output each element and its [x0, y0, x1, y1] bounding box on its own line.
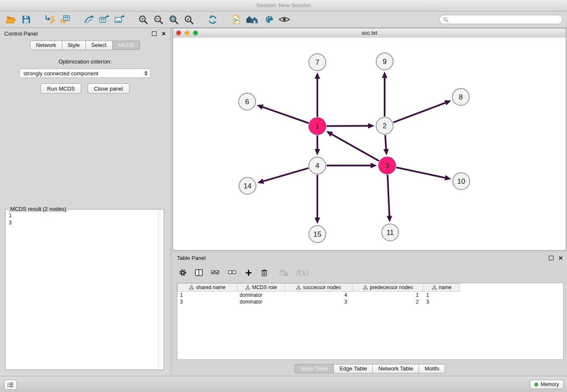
table-panel-header: Table Panel ×: [173, 252, 567, 263]
graph-node-10[interactable]: 10: [453, 173, 470, 190]
graph-node-15[interactable]: 15: [309, 226, 326, 243]
column-header-successor-nodes[interactable]: successor nodes: [285, 284, 352, 292]
style-brush-button[interactable]: [261, 12, 277, 27]
select-all-columns-button[interactable]: [211, 268, 220, 277]
edge-arrowhead: [444, 175, 451, 181]
tab-network[interactable]: Network: [30, 41, 62, 50]
open-session-file-button[interactable]: [228, 12, 244, 27]
search-icon: [443, 17, 449, 22]
svg-text:11: 11: [386, 229, 394, 237]
refresh-button[interactable]: [205, 12, 220, 27]
graph-node-2[interactable]: 2: [376, 117, 393, 134]
mcds-result-box: MCDS result (2 nodes) 13: [5, 209, 164, 370]
close-panel-icon[interactable]: ×: [162, 30, 166, 37]
memory-label: Memory: [541, 381, 559, 387]
search-input[interactable]: [451, 16, 559, 23]
eye-icon: [278, 14, 291, 25]
edge-3-10[interactable]: [396, 168, 446, 178]
delete-column-button[interactable]: [260, 268, 268, 277]
svg-text:15: 15: [314, 230, 322, 238]
tab-select[interactable]: Select: [85, 41, 112, 50]
window-controls: × − +: [176, 30, 198, 36]
graph-node-1[interactable]: 1: [309, 118, 326, 135]
home-button[interactable]: [244, 12, 261, 27]
tab-mcds[interactable]: MCDS: [112, 41, 140, 50]
table-row[interactable]: 1dominator411: [178, 292, 460, 299]
add-column-button[interactable]: [245, 269, 253, 277]
graph-node-3[interactable]: 3: [379, 157, 396, 174]
import-network-button[interactable]: [42, 12, 58, 27]
column-header-shared-name[interactable]: shared name: [178, 284, 237, 292]
close-panel-button[interactable]: Close panel: [88, 83, 129, 94]
edge-4-14[interactable]: [263, 168, 308, 182]
table-row[interactable]: 3dominator323: [178, 298, 460, 305]
mcds-result-list: 13: [6, 210, 164, 229]
column-header-predecessor-nodes[interactable]: predecessor nodes: [352, 284, 424, 292]
table-tab-node-table[interactable]: Node Table: [295, 364, 334, 373]
edge-1-6[interactable]: [262, 107, 308, 123]
graph-node-6[interactable]: 6: [239, 93, 256, 110]
edge-2-3[interactable]: [385, 135, 386, 150]
checked-boxes-icon: [211, 268, 220, 277]
close-window-icon[interactable]: ×: [176, 30, 181, 36]
open-file-button[interactable]: [3, 12, 19, 27]
table-settings-button[interactable]: [179, 268, 187, 277]
control-panel-tabs: NetworkStyleSelectMCDS: [0, 41, 170, 50]
task-history-button[interactable]: [4, 380, 17, 390]
graph-node-8[interactable]: 8: [452, 88, 469, 105]
optimization-criterion-select[interactable]: strongly connected component: [19, 69, 151, 78]
column-header-MCDS-role[interactable]: MCDS role: [237, 284, 285, 292]
attribute-type-icon: [189, 285, 194, 290]
edge-1-2[interactable]: [327, 126, 369, 126]
graph-node-14[interactable]: 14: [239, 177, 256, 194]
tab-style[interactable]: Style: [62, 41, 85, 50]
zoom-in-button[interactable]: [135, 12, 151, 27]
refresh-icon: [207, 14, 218, 25]
edge-arrowhead: [383, 149, 389, 155]
style-brush-icon: [264, 14, 275, 25]
show-hide-button[interactable]: [277, 12, 292, 27]
float-panel-icon[interactable]: [549, 256, 553, 260]
table-header-row: shared nameMCDS rolesuccessor nodesprede…: [178, 284, 460, 292]
show-columns-button[interactable]: [195, 268, 203, 277]
window-title: Session: New Session: [256, 2, 311, 8]
memory-status-icon: [534, 383, 538, 386]
save-session-button[interactable]: [19, 12, 34, 27]
export-image-button[interactable]: [112, 12, 127, 27]
table-tab-network-table[interactable]: Network Table: [372, 364, 418, 373]
delete-table-icon: [279, 269, 288, 277]
table-tab-edge-table[interactable]: Edge Table: [333, 364, 372, 373]
graph-node-7[interactable]: 7: [309, 54, 326, 71]
attribute-type-icon: [245, 285, 250, 290]
zoom-in-icon: [138, 14, 149, 25]
close-panel-icon[interactable]: ×: [559, 254, 563, 262]
export-network-button[interactable]: [81, 12, 96, 27]
edge-arrowhead: [315, 72, 320, 79]
column-header-name[interactable]: name: [424, 284, 460, 292]
network-window-titlebar[interactable]: × − + scc.txt: [173, 28, 566, 38]
chevron-updown-icon: [144, 71, 148, 76]
graph-node-11[interactable]: 11: [382, 224, 399, 241]
graph-node-9[interactable]: 9: [376, 53, 393, 70]
zoom-selected-icon: [184, 14, 194, 25]
minimize-window-icon[interactable]: −: [184, 30, 190, 36]
network-canvas[interactable]: 7968124314101511: [173, 38, 566, 250]
edge-3-1[interactable]: [331, 134, 379, 161]
run-mcds-button[interactable]: Run MCDS: [41, 83, 81, 94]
zoom-selected-button[interactable]: [181, 12, 196, 27]
export-table-button[interactable]: [96, 12, 112, 27]
memory-button[interactable]: Memory: [530, 380, 564, 389]
edge-3-11[interactable]: [388, 175, 389, 217]
table-tab-motifs[interactable]: Motifs: [418, 364, 445, 373]
import-table-button[interactable]: [58, 12, 73, 27]
zoom-out-button[interactable]: [151, 12, 166, 27]
unselect-all-columns-button[interactable]: [228, 268, 237, 277]
float-panel-icon[interactable]: [152, 31, 157, 36]
zoom-fit-button[interactable]: [166, 12, 181, 27]
node-table: shared nameMCDS rolesuccessor nodesprede…: [177, 283, 460, 305]
maximize-window-icon[interactable]: +: [193, 30, 198, 36]
graph-node-4[interactable]: 4: [309, 157, 326, 174]
edge-2-8[interactable]: [394, 102, 446, 122]
search-box[interactable]: [439, 15, 563, 24]
result-scrollbar[interactable]: [158, 210, 164, 370]
